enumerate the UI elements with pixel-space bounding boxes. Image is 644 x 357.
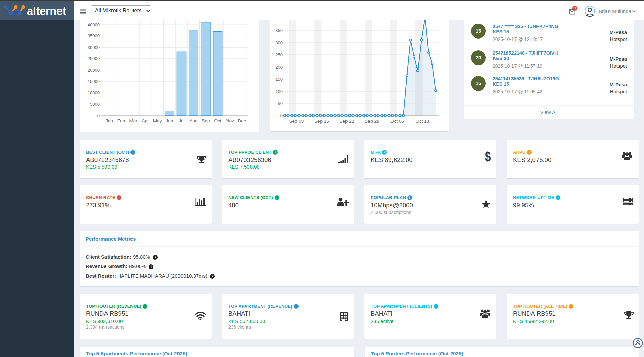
- svg-text:0: 0: [97, 113, 100, 118]
- svg-text:Dec: Dec: [238, 118, 246, 123]
- svg-text:Sep: Sep: [201, 118, 210, 123]
- svg-text:Oct 13: Oct 13: [416, 119, 429, 124]
- svg-text:350: 350: [275, 28, 283, 33]
- svg-text:300: 300: [275, 40, 283, 45]
- svg-text:Sep 15: Sep 15: [314, 119, 329, 124]
- svg-text:Feb: Feb: [117, 118, 125, 123]
- svg-text:Jul: Jul: [178, 118, 184, 123]
- svg-text:35000: 35000: [88, 33, 100, 39]
- svg-text:100: 100: [275, 89, 283, 94]
- svg-text:Aug: Aug: [190, 118, 198, 123]
- svg-text:May: May: [153, 118, 162, 123]
- svg-text:0: 0: [280, 113, 283, 118]
- svg-text:Sep 22: Sep 22: [340, 119, 354, 124]
- svg-text:5000: 5000: [90, 102, 100, 107]
- svg-text:Jan: Jan: [105, 118, 113, 123]
- svg-text:20000: 20000: [88, 68, 100, 73]
- svg-text:Sep 08: Sep 08: [289, 119, 304, 124]
- svg-text:200: 200: [275, 65, 283, 70]
- svg-text:50: 50: [278, 101, 283, 106]
- svg-text:Oct: Oct: [214, 118, 221, 123]
- svg-text:30000: 30000: [88, 45, 100, 50]
- svg-text:alternet: alternet: [27, 5, 66, 17]
- svg-text:Oct 06: Oct 06: [390, 119, 404, 124]
- svg-text:11: 11: [573, 6, 577, 10]
- svg-text:Mar: Mar: [129, 118, 138, 123]
- svg-text:Jun: Jun: [166, 118, 173, 123]
- svg-text:25000: 25000: [88, 56, 100, 61]
- svg-text:40000: 40000: [88, 22, 100, 27]
- svg-text:Nov: Nov: [226, 118, 234, 123]
- svg-text:Sep 29: Sep 29: [365, 119, 379, 124]
- svg-text:250: 250: [275, 52, 283, 57]
- svg-text:10000: 10000: [88, 90, 100, 95]
- svg-text:150: 150: [275, 77, 283, 82]
- svg-text:15000: 15000: [88, 79, 100, 84]
- svg-text:Apr: Apr: [142, 118, 149, 123]
